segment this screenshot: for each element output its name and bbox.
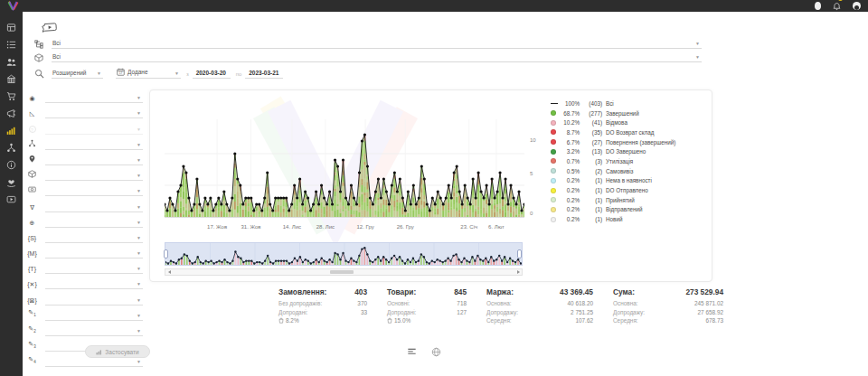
- legend-item[interactable]: 0.5%(2)Самовивіз: [551, 166, 709, 176]
- legend-dot-marker: [551, 207, 556, 212]
- legend-percent: 0.2%: [559, 197, 580, 203]
- filter-row-custom-field-1: ✎1▼: [25, 306, 143, 321]
- range-brush-minimap[interactable]: [165, 242, 523, 266]
- legend-item[interactable]: 0.2%(1)DO Отправлено: [551, 185, 709, 195]
- scroll-right-arrow-icon[interactable]: [514, 269, 522, 275]
- sidebar-item-marketing-megaphone[interactable]: [3, 105, 20, 122]
- stat-sub-value: 127: [457, 308, 467, 317]
- scroll-left-arrow-icon[interactable]: [165, 269, 173, 275]
- date-from-field[interactable]: 2020-03-20: [193, 68, 231, 79]
- chart-scrollbar[interactable]: [165, 268, 523, 276]
- stat-value: 403: [354, 287, 367, 296]
- product-cube-icon: [34, 53, 43, 62]
- legend-item[interactable]: 0.2%(1)Відправлений: [551, 205, 709, 215]
- legend-item[interactable]: 0.7%(3)Утилізація: [551, 156, 709, 166]
- legend-label: Всі: [606, 100, 614, 107]
- filter-row-chart-area: ◺▼: [25, 103, 143, 118]
- search-row: Розширений ▼ 17 Додане ▼ з 2020-03-20 по…: [34, 66, 283, 79]
- product-filter[interactable]: Всі ▼: [34, 52, 703, 62]
- sidebar-item-analytics-chart[interactable]: [3, 122, 20, 139]
- custom-field-1-icon: ✎1: [25, 308, 39, 320]
- stat-value: 273 529.94: [685, 287, 723, 296]
- status-filter[interactable]: Всі ▼: [34, 38, 703, 49]
- sidebar-item-video-tutorials[interactable]: [3, 191, 20, 208]
- legend-dot-marker: [551, 129, 556, 135]
- calendar-icon: 17: [117, 68, 125, 76]
- filter-dropdown-0[interactable]: ▼: [45, 93, 143, 103]
- date-to-field[interactable]: 2023-03-21: [245, 68, 283, 79]
- brush-handle-left[interactable]: [164, 249, 168, 258]
- upsell-bag-icon: [278, 317, 284, 324]
- legend-item[interactable]: 8.7%(35)DO Возврат склад: [551, 127, 709, 137]
- filter-dropdown-12[interactable]: ▼: [45, 279, 143, 289]
- filter-row-custom-field-2: ✎2▼: [25, 321, 143, 336]
- filter-dropdown-7[interactable]: ▼: [45, 202, 143, 212]
- filter-dropdown-10[interactable]: ▼: [45, 249, 143, 258]
- scrollbar-thumb[interactable]: [330, 270, 354, 274]
- app-logo-icon[interactable]: [6, 1, 20, 11]
- date-type-value: Додане: [127, 69, 148, 75]
- sidebar-item-warehouse[interactable]: [3, 70, 20, 88]
- apply-button[interactable]: Застосувати: [85, 345, 150, 358]
- sidebar-item-cart[interactable]: [3, 88, 20, 105]
- connections-icon: [6, 143, 16, 153]
- notifications-bell-icon[interactable]: [833, 0, 841, 14]
- sidebar-item-orders-list[interactable]: [3, 36, 20, 53]
- filter-dropdown-14[interactable]: ▼: [45, 311, 143, 321]
- stat-value: 43 369.45: [560, 287, 593, 296]
- filter-dropdown-6[interactable]: ▼: [45, 186, 143, 196]
- filter-dropdown-9[interactable]: ▼: [45, 233, 143, 243]
- legend-label: DO Завершено: [606, 148, 646, 155]
- legend-item[interactable]: 100%(403)Всі: [551, 99, 709, 108]
- legend-dot-marker: [551, 168, 556, 174]
- stat-sub-value: 718: [457, 299, 467, 308]
- stat-sub-label: Допродажу:: [613, 308, 645, 317]
- status-filter-field[interactable]: Всі ▼: [52, 38, 702, 49]
- filter-dropdown-17[interactable]: ▼: [45, 357, 143, 367]
- filter-dropdown-1[interactable]: ▼: [45, 108, 143, 118]
- avatar-icon[interactable]: [853, 2, 861, 10]
- legend-item[interactable]: 3.2%(13)DO Завершено: [551, 146, 709, 156]
- legend-item[interactable]: 10.2%(41)Відмова: [551, 118, 709, 127]
- chevron-down-icon: ▼: [137, 110, 141, 116]
- sidebar-item-care[interactable]: [3, 174, 20, 191]
- sidebar-item-clients[interactable]: [3, 53, 20, 70]
- legend-item[interactable]: 0.2%(1)Новий: [551, 214, 709, 224]
- legend-item[interactable]: 6.7%(27)Повернення (завершений): [551, 137, 709, 147]
- sidebar-item-connections[interactable]: [3, 139, 20, 156]
- stat-column: Замовлення:403Без допродажів:370Допродан…: [278, 287, 367, 325]
- list-view-icon[interactable]: [407, 347, 417, 356]
- filter-row-var-t: {T}▼: [25, 258, 143, 274]
- filter-dropdown-15[interactable]: ▼: [45, 326, 143, 336]
- legend-count: (41): [580, 119, 602, 126]
- x-axis-tick: 12. Гру: [356, 224, 373, 230]
- orders-timeseries-plot[interactable]: [165, 101, 524, 220]
- filter-row-help: ?▼: [25, 118, 143, 134]
- product-filter-field[interactable]: Всі ▼: [52, 52, 702, 62]
- video-hint-button[interactable]: [42, 22, 57, 33]
- filter-dropdown-2[interactable]: ▼: [45, 125, 143, 135]
- legend-dot-marker: [551, 120, 556, 126]
- x-axis-tick: 26. Гру: [397, 224, 414, 230]
- user-icon[interactable]: [815, 2, 821, 10]
- filter-dropdown-11[interactable]: ▼: [45, 264, 143, 274]
- brush-handle-right[interactable]: [517, 249, 522, 258]
- filter-dropdown-3[interactable]: ▼: [45, 140, 143, 150]
- search-icon[interactable]: [34, 69, 44, 79]
- sidebar-item-info[interactable]: [3, 156, 20, 174]
- search-mode-select[interactable]: Розширений ▼: [52, 68, 103, 79]
- filter-dropdown-13[interactable]: ▼: [45, 296, 143, 306]
- legend-item[interactable]: 68.7%(277)Завершений: [551, 108, 709, 118]
- filter-row-globe: ◉▼: [25, 88, 143, 103]
- filter-dropdown-5[interactable]: ▼: [45, 171, 143, 181]
- date-type-select[interactable]: 17 Додане ▼: [116, 66, 181, 79]
- upsell-percent: 15.0%: [394, 316, 410, 325]
- filter-dropdown-8[interactable]: ▼: [45, 218, 143, 228]
- stat-column: Товари:845Основні:718Допродані:12715.0%: [387, 287, 467, 325]
- filter-dropdown-4[interactable]: ▼: [45, 155, 143, 165]
- pie-view-icon[interactable]: [431, 347, 441, 357]
- legend-item[interactable]: 0.2%(1)Нема в наявності: [551, 176, 709, 186]
- sidebar-item-dashboard[interactable]: [3, 19, 20, 36]
- legend-item[interactable]: 0.2%(1)Прийнятий: [551, 195, 709, 205]
- x-axis-tick: 6. Лют: [488, 224, 505, 230]
